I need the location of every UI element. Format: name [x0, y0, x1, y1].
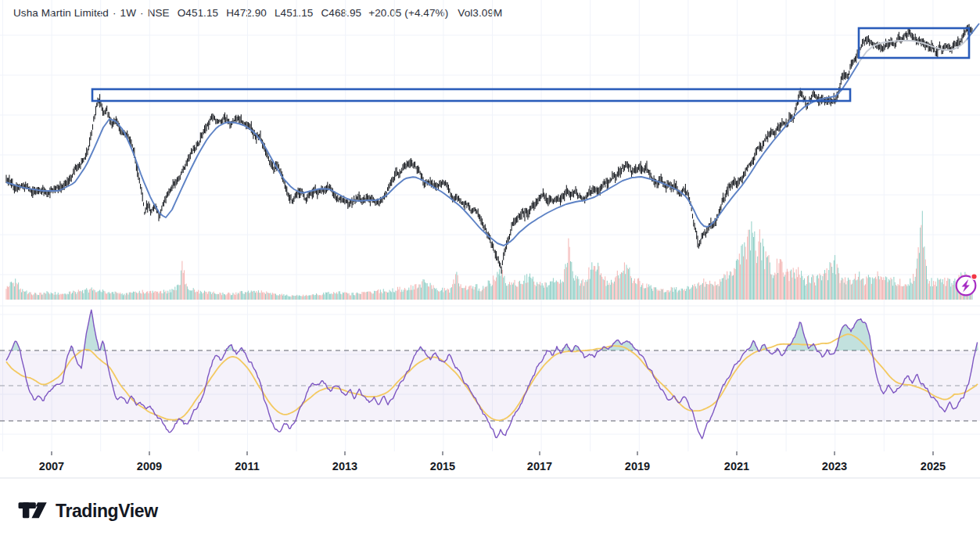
time-axis-label-2015[interactable]: 2015 [430, 460, 455, 473]
tradingview-logo-icon [17, 498, 48, 524]
time-axis-label-2021[interactable]: 2021 [724, 460, 749, 473]
time-axis-label-2017[interactable]: 2017 [527, 460, 552, 473]
volume-bars[interactable] [6, 211, 973, 300]
time-axis-label-2007[interactable]: 2007 [39, 460, 64, 473]
time-axis-label-2023[interactable]: 2023 [822, 460, 847, 473]
notification-dot [971, 274, 978, 280]
time-axis-label-2019[interactable]: 2019 [625, 460, 650, 473]
time-axis-label-2025[interactable]: 2025 [921, 460, 946, 473]
tradingview-chart-page: Usha Martin Limited · 1W · NSE O451.15 H… [0, 0, 980, 539]
tradingview-logo[interactable]: TradingView [17, 498, 158, 524]
time-axis-label-2013[interactable]: 2013 [332, 460, 357, 473]
chart-canvas[interactable] [0, 0, 980, 482]
time-axis-ticks [52, 451, 933, 455]
annotation-rectangle-1[interactable] [92, 89, 850, 101]
time-axis-label-2011[interactable]: 2011 [235, 460, 259, 473]
time-axis-label-2009[interactable]: 2009 [137, 460, 162, 473]
flash-button[interactable] [953, 271, 980, 300]
time-axis[interactable]: 2007200920112013201520172019202120232025 [0, 458, 980, 476]
tradingview-logo-text: TradingView [56, 501, 158, 522]
